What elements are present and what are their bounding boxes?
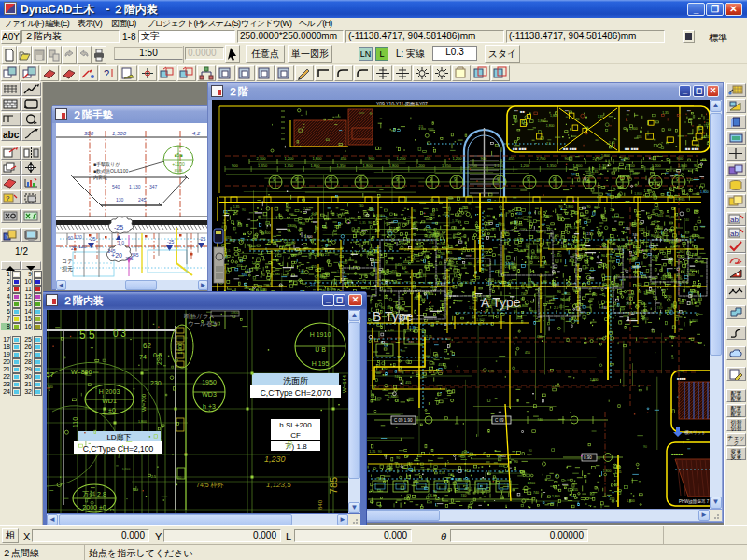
svg-text:2.5: 2.5 [403, 287, 408, 290]
svg-text:1,35: 1,35 [488, 370, 495, 373]
svg-text:90: 90 [404, 271, 408, 274]
svg-text:900: 900 [369, 156, 375, 161]
svg-text:120: 120 [78, 244, 87, 249]
svg-text:CF: CF [290, 431, 301, 440]
svg-text:?: ? [6, 194, 10, 203]
svg-text:2.5: 2.5 [655, 232, 659, 236]
svg-text:1,800: 1,800 [603, 469, 612, 473]
svg-text:90: 90 [261, 273, 265, 277]
svg-text:1,800: 1,800 [554, 254, 562, 258]
svg-text:455: 455 [405, 381, 411, 385]
svg-text:2.5: 2.5 [400, 241, 404, 245]
svg-text:90: 90 [378, 450, 382, 454]
svg-text:1,800: 1,800 [627, 499, 635, 503]
svg-text:90: 90 [557, 290, 561, 294]
svg-text:740: 740 [349, 217, 355, 220]
svg-text:298: 298 [156, 354, 162, 365]
svg-text:1,35: 1,35 [420, 274, 427, 278]
svg-text:455: 455 [416, 241, 421, 245]
svg-text:1,35: 1,35 [439, 471, 445, 475]
svg-text:コテ: コテ [62, 259, 73, 264]
svg-text:740: 740 [462, 206, 468, 210]
svg-text:90: 90 [638, 290, 641, 294]
svg-text:损元: 损元 [62, 265, 73, 273]
svg-text:H 195: H 195 [312, 360, 330, 367]
svg-text:2.5: 2.5 [430, 241, 434, 245]
svg-text:1,0: 1,0 [118, 240, 124, 245]
svg-text:840: 840 [317, 499, 323, 510]
svg-text:LD廊下: LD廊下 [106, 433, 131, 441]
svg-text:9: 9 [295, 176, 298, 182]
svg-text:740: 740 [632, 233, 638, 237]
svg-text:1,35: 1,35 [388, 329, 394, 332]
svg-text:60: 60 [67, 235, 73, 241]
svg-text:■■■■: ■■■■ [677, 376, 686, 381]
svg-text:1,123,5: 1,123,5 [266, 481, 291, 489]
svg-text:90: 90 [694, 164, 698, 168]
svg-text:2,700: 2,700 [537, 156, 547, 161]
svg-text:455: 455 [393, 395, 399, 399]
svg-text:1,350: 1,350 [284, 163, 294, 168]
svg-text:1,35: 1,35 [675, 197, 682, 201]
svg-text:1,800: 1,800 [566, 243, 574, 246]
svg-text:740: 740 [444, 246, 449, 250]
svg-text:1,200: 1,200 [397, 156, 407, 161]
svg-text:230: 230 [150, 380, 162, 386]
svg-text:1,35: 1,35 [663, 239, 669, 243]
svg-text:1,35: 1,35 [469, 306, 475, 310]
svg-text:1,35: 1,35 [410, 326, 416, 329]
svg-text:74: 74 [139, 354, 147, 360]
svg-text:B5/B: B5/B [175, 168, 183, 173]
svg-text:1,800: 1,800 [262, 231, 271, 235]
svg-text:1,35: 1,35 [320, 273, 327, 276]
svg-text:740: 740 [461, 494, 467, 497]
svg-text:C,C'Type CH=2,070: C,C'Type CH=2,070 [261, 388, 331, 398]
svg-text:1,800: 1,800 [565, 205, 573, 209]
svg-text:455: 455 [565, 292, 571, 296]
svg-text:740: 740 [521, 292, 527, 296]
svg-text:2.5: 2.5 [689, 236, 694, 240]
svg-text:455: 455 [285, 244, 290, 247]
svg-text:455: 455 [499, 464, 504, 468]
svg-text:1,800: 1,800 [541, 216, 549, 219]
svg-text:洗面所: 洗面所 [283, 376, 308, 385]
svg-text:455: 455 [509, 156, 515, 161]
svg-text:345: 345 [125, 256, 134, 261]
svg-text:1,350: 1,350 [626, 163, 636, 168]
svg-text:2.5: 2.5 [303, 207, 308, 211]
svg-text:455: 455 [533, 284, 539, 287]
svg-text:1,800: 1,800 [629, 172, 638, 175]
svg-text:1,35: 1,35 [586, 256, 593, 259]
svg-text:9: 9 [553, 176, 556, 182]
svg-text:1,35: 1,35 [662, 111, 669, 115]
svg-text:90: 90 [242, 208, 246, 212]
svg-text:90: 90 [433, 490, 437, 494]
svg-text:9: 9 [396, 176, 399, 182]
svg-text:ab: ab [730, 216, 739, 224]
svg-text:1,800: 1,800 [336, 213, 345, 217]
svg-text:455: 455 [537, 335, 543, 339]
svg-text:300: 300 [84, 131, 94, 136]
svg-text:1,35: 1,35 [560, 245, 567, 249]
svg-text:1,500: 1,500 [112, 131, 127, 136]
svg-text:1,800: 1,800 [515, 217, 524, 220]
svg-text:1,800: 1,800 [552, 495, 560, 498]
svg-text:9: 9 [273, 176, 275, 182]
svg-text:90: 90 [587, 205, 591, 209]
svg-text:0 3: 0 3 [113, 329, 126, 339]
svg-text:740: 740 [440, 242, 445, 245]
svg-text:455: 455 [650, 277, 655, 281]
svg-text:1,350: 1,350 [337, 163, 347, 168]
svg-text:740: 740 [342, 261, 347, 265]
svg-text:62: 62 [143, 342, 151, 350]
svg-text:345: 345 [107, 248, 116, 254]
svg-text:455: 455 [679, 301, 684, 305]
svg-text:2.5: 2.5 [325, 253, 330, 257]
svg-text:横スリット: 横スリット [684, 430, 706, 435]
svg-text:740: 740 [571, 173, 576, 176]
svg-text:1,800: 1,800 [689, 319, 698, 323]
svg-text:2.5: 2.5 [422, 372, 427, 376]
svg-text:455: 455 [572, 488, 578, 492]
svg-text:740: 740 [684, 218, 689, 222]
svg-text:2000 ±0: 2000 ±0 [82, 504, 106, 511]
